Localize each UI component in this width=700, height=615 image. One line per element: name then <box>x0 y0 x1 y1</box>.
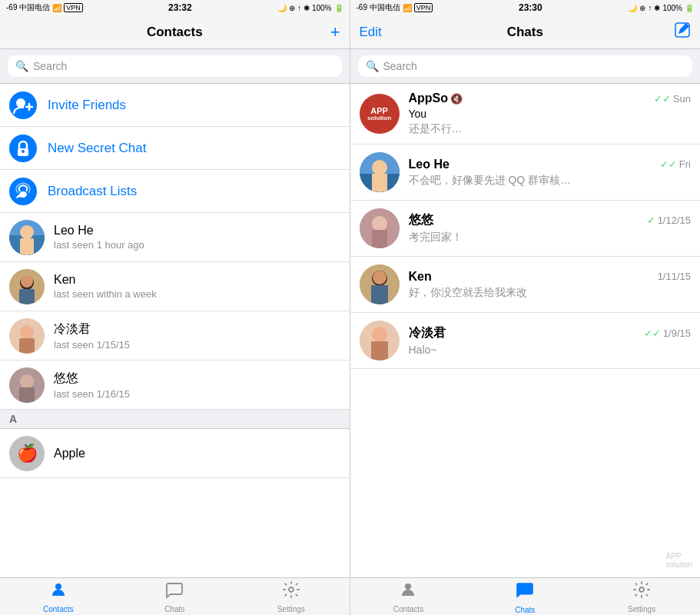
tick-leo: ✓✓ <box>660 158 677 170</box>
chat-body-ken: Ken 1/11/15 好，你没空就丢给我来改 <box>409 270 692 300</box>
svg-point-50 <box>639 587 644 592</box>
broadcast-lists-label: Broadcast Lists <box>48 184 137 199</box>
tab-bar-right: Contacts Chats Settings <box>350 577 701 615</box>
vpn-badge-left: VPN <box>64 3 83 12</box>
svg-point-34 <box>372 160 387 175</box>
status-left-left: -69 中国电信 📶 VPN <box>6 2 83 13</box>
new-secret-chat-icon <box>9 135 37 162</box>
contact-info-leng: 冷淡君 last seen 1/15/15 <box>54 321 340 351</box>
signal-text-left: -69 中国电信 <box>6 2 50 13</box>
chat-item-appso[interactable]: APP solution AppSo 🔇 ✓✓ Sun You <box>350 84 701 145</box>
contact-item-leo[interactable]: Leo He last seen 1 hour ago <box>0 213 350 262</box>
status-time-right: 23:30 <box>519 2 542 13</box>
tab-bar-left: Contacts Chats Settings <box>0 577 350 615</box>
svg-rect-18 <box>19 289 35 304</box>
contact-item-apple[interactable]: 🍎 Apple <box>0 429 350 478</box>
chat-item-ken[interactable]: Ken 1/11/15 好，你没空就丢给我来改 <box>350 257 701 313</box>
svg-point-25 <box>20 374 34 388</box>
tab-settings-label-left: Settings <box>277 605 305 613</box>
search-input-left[interactable]: 🔍 Search <box>8 55 342 77</box>
contacts-list: Invite Friends New Secret Chat <box>0 84 350 577</box>
status-bar-left: -69 中国电信 📶 VPN 23:32 🌙 ⊕ ↑ ✱ 100% 🔋 <box>0 0 350 15</box>
tab-chats-right[interactable]: Chats <box>466 578 583 615</box>
status-right-left: 🌙 ⊕ ↑ ✱ 100% 🔋 <box>277 4 343 12</box>
chat-body-leo: Leo He ✓✓ Fri 不会吧，好像要先进 QQ 群审核… <box>409 158 692 188</box>
chat-body-appso: AppSo 🔇 ✓✓ Sun You 还是不行… <box>409 91 692 136</box>
search-bar-right: 🔍 Search <box>350 49 701 84</box>
tick-youyou: ✓ <box>647 214 655 226</box>
chat-item-leo[interactable]: Leo He ✓✓ Fri 不会吧，好像要先进 QQ 群审核… <box>350 145 701 201</box>
contact-item-you[interactable]: 悠悠 last seen 1/16/15 <box>0 361 350 410</box>
contact-sub-you: last seen 1/16/15 <box>54 388 340 400</box>
chat-body-leng: 冷淡君 ✓✓ 1/9/15 Halo~ <box>409 325 692 356</box>
chat-submsg-appso: 还是不行… <box>409 122 624 136</box>
nav-bar-left: Contacts + <box>0 15 350 49</box>
time-leo: Fri <box>679 158 691 170</box>
chat-name-leo: Leo He <box>409 158 450 171</box>
contact-item-leng[interactable]: 冷淡君 last seen 1/15/15 <box>0 311 350 361</box>
tab-contacts-label-left: Contacts <box>43 605 73 613</box>
chat-avatar-leng-right <box>360 321 400 361</box>
svg-point-21 <box>20 325 34 339</box>
moon-icon-right: 🌙 <box>628 4 637 12</box>
chat-msg-youyou: 考完回家！ <box>409 231 624 244</box>
tick-appso: ✓✓ <box>654 93 671 105</box>
contact-sub-leng: last seen 1/15/15 <box>54 339 340 351</box>
time-appso: Sun <box>673 93 691 105</box>
contact-item-ken[interactable]: Ken last seen within a week <box>0 262 350 311</box>
compose-button[interactable] <box>674 22 691 42</box>
chat-msg-leng: Halo~ <box>409 344 624 356</box>
chat-item-leng[interactable]: 冷淡君 ✓✓ 1/9/15 Halo~ <box>350 313 701 369</box>
new-secret-chat-label: New Secret Chat <box>48 141 147 156</box>
tab-settings-label-right: Settings <box>628 605 655 613</box>
svg-rect-39 <box>372 230 387 248</box>
wifi-icon-left: 📶 <box>52 4 61 12</box>
wifi-icon-right: 📶 <box>403 4 412 12</box>
invite-friends-icon <box>9 91 37 119</box>
search-icon-right: 🔍 <box>366 60 379 72</box>
svg-point-17 <box>21 275 33 288</box>
search-input-right[interactable]: 🔍 Search <box>358 55 693 77</box>
chat-meta-youyou: ✓ 1/12/15 <box>647 214 691 226</box>
search-placeholder-right: Search <box>383 60 417 72</box>
broadcast-lists-item[interactable]: Broadcast Lists <box>0 170 350 213</box>
tab-settings-right[interactable]: Settings <box>583 578 700 615</box>
status-bar-right: -69 中国电信 📶 VPN 23:30 🌙 ⊕ ↑ ✱ 100% 🔋 <box>350 0 701 15</box>
invite-friends-label: Invite Friends <box>48 98 126 113</box>
invite-friends-item[interactable]: Invite Friends <box>0 84 350 127</box>
add-contact-button[interactable]: + <box>330 22 340 42</box>
svg-point-47 <box>372 327 387 342</box>
battery-icon-left: 🔋 <box>334 4 343 12</box>
contact-sub-ken: last seen within a week <box>54 288 340 300</box>
tab-contacts-left[interactable]: Contacts <box>0 578 117 615</box>
contact-name-leng: 冷淡君 <box>54 321 340 337</box>
chats-panel: -69 中国电信 📶 VPN 23:30 🌙 ⊕ ↑ ✱ 100% 🔋 Edit… <box>350 0 701 615</box>
status-left-right: -69 中国电信 📶 VPN <box>357 2 433 13</box>
chat-avatar-leo <box>360 152 400 192</box>
new-secret-chat-item[interactable]: New Secret Chat <box>0 127 350 170</box>
contacts-panel: -69 中国电信 📶 VPN 23:32 🌙 ⊕ ↑ ✱ 100% 🔋 Cont… <box>0 0 350 615</box>
contact-info-ken: Ken last seen within a week <box>54 273 340 300</box>
search-icon-left: 🔍 <box>15 60 28 72</box>
status-right-right: 🌙 ⊕ ↑ ✱ 100% 🔋 <box>628 4 694 12</box>
svg-point-49 <box>405 583 411 590</box>
tab-contacts-right[interactable]: Contacts <box>350 578 467 615</box>
chat-msg-appso: You <box>409 108 624 120</box>
broadcast-icon <box>9 178 37 205</box>
contact-name-you: 悠悠 <box>54 371 340 387</box>
chat-item-youyou[interactable]: 悠悠 ✓ 1/12/15 考完回家！ <box>350 201 701 257</box>
chat-meta-leo: ✓✓ Fri <box>660 158 691 170</box>
tab-settings-left[interactable]: Settings <box>233 578 350 615</box>
svg-rect-26 <box>19 387 35 403</box>
svg-point-28 <box>289 587 294 592</box>
vpn-badge-right: VPN <box>414 3 433 12</box>
contact-avatar-you <box>9 367 45 403</box>
tab-chats-left[interactable]: Chats <box>117 578 234 615</box>
edit-button[interactable]: Edit <box>360 25 382 40</box>
arrow-icon-right: ↑ <box>648 4 652 12</box>
chat-avatar-ken <box>360 264 400 304</box>
chat-msg-ken: 好，你没空就丢给我来改 <box>409 286 624 300</box>
moon-icon-left: 🌙 <box>277 4 287 12</box>
chat-top-leng: 冷淡君 ✓✓ 1/9/15 <box>409 325 692 341</box>
mute-icon-appso: 🔇 <box>450 93 463 105</box>
